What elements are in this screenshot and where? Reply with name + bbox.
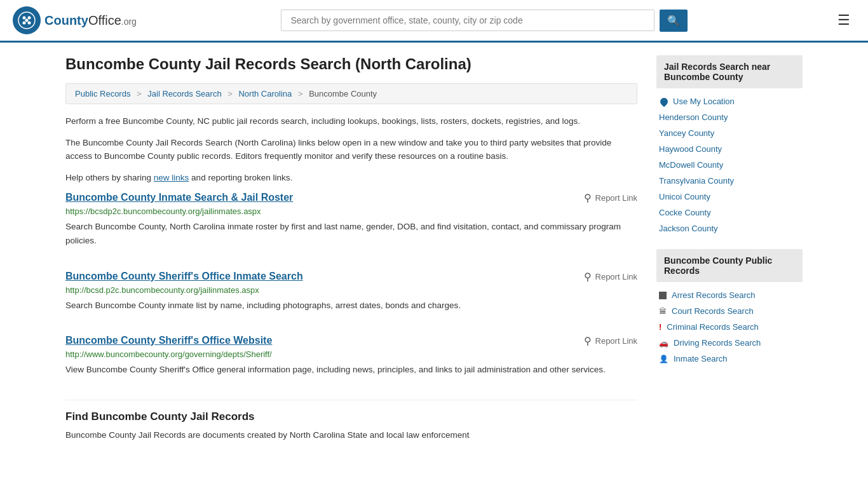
logo-area[interactable]: CountyOffice.org [13,6,137,34]
intro-para-2: The Buncombe County Jail Records Search … [65,136,637,163]
result-url-2[interactable]: http://bcsd.p2c.buncombecounty.org/jaili… [65,285,637,295]
henderson-county-link[interactable]: Henderson County [659,112,728,122]
jackson-county-link[interactable]: Jackson County [659,224,718,233]
sidebar-driving-records[interactable]: 🚗 Driving Records Search [656,335,803,351]
sidebar-item-transylvania[interactable]: Transylvania County [656,173,803,189]
report-link-label-1: Report Link [595,193,637,203]
result-title-3[interactable]: Buncombe County Sheriff's Office Website [65,335,272,346]
breadcrumb-sep-1: > [137,89,142,98]
sidebar-item-jackson[interactable]: Jackson County [656,220,803,236]
search-input[interactable] [281,10,654,31]
svg-point-2 [28,17,31,20]
sidebar-item-haywood[interactable]: Haywood County [656,141,803,157]
court-records-icon: 🏛 [659,307,667,316]
sidebar-public-records-section: Buncombe County Public Records Arrest Re… [656,249,803,367]
sidebar-inmate-search[interactable]: 👤 Inmate Search [656,351,803,367]
svg-point-5 [25,19,29,22]
report-icon-3: ⚲ [584,335,592,347]
sidebar-item-yancey[interactable]: Yancey County [656,125,803,141]
sidebar-arrest-records[interactable]: Arrest Records Search [656,287,803,303]
breadcrumb-jail-records[interactable]: Jail Records Search [147,89,221,98]
sidebar-criminal-records[interactable]: ! Criminal Records Search [656,319,803,335]
site-header: CountyOffice.org 🔍 ☰ [0,0,868,43]
report-link-3[interactable]: ⚲ Report Link [584,335,637,347]
report-link-1[interactable]: ⚲ Report Link [584,192,637,204]
search-container: 🔍 [281,10,688,32]
result-url-3[interactable]: http://www.buncombecounty.org/governing/… [65,349,637,359]
result-description-2: Search Buncombe County inmate list by na… [65,299,637,313]
breadcrumb: Public Records > Jail Records Search > N… [65,83,637,104]
result-item-1: Buncombe County Inmate Search & Jail Ros… [65,192,637,255]
sidebar-item-henderson[interactable]: Henderson County [656,109,803,125]
hamburger-icon: ☰ [837,12,850,28]
breadcrumb-sep-2: > [227,89,233,98]
result-description-1: Search Buncombe County, North Carolina i… [65,220,637,247]
sidebar-court-records[interactable]: 🏛 Court Records Search [656,303,803,319]
result-title-1[interactable]: Buncombe County Inmate Search & Jail Ros… [65,192,293,203]
mcdowell-county-link[interactable]: McDowell County [659,160,723,170]
breadcrumb-state[interactable]: North Carolina [238,89,292,98]
header-right: ☰ [832,10,855,31]
report-icon-2: ⚲ [584,271,592,283]
sidebar: Jail Records Search near Buncombe County… [656,55,803,449]
sidebar-nearby-title: Jail Records Search near Buncombe County [656,55,803,88]
yancey-county-link[interactable]: Yancey County [659,128,714,138]
sidebar-item-unicoi[interactable]: Unicoi County [656,189,803,205]
unicoi-county-link[interactable]: Unicoi County [659,192,710,201]
inmate-search-link[interactable]: Inmate Search [674,354,728,363]
report-link-2[interactable]: ⚲ Report Link [584,271,637,283]
result-description-3: View Buncombe County Sheriff's Office ge… [65,363,637,377]
logo-text: CountyOffice.org [44,13,137,28]
report-link-label-2: Report Link [595,272,637,281]
breadcrumb-public-records[interactable]: Public Records [75,89,130,98]
search-button[interactable]: 🔍 [660,10,688,32]
use-my-location-link[interactable]: Use My Location [673,97,735,106]
court-records-link[interactable]: Court Records Search [672,306,754,316]
find-section-header: Find Buncombe County Jail Records [65,400,637,423]
location-pin-icon [659,96,670,107]
sidebar-item-mcdowell[interactable]: McDowell County [656,157,803,173]
intro-para-3-pre: Help others by sharing [65,173,154,182]
new-links-link[interactable]: new links [154,173,189,182]
logo-icon [13,6,41,34]
intro-para-1: Perform a free Buncombe County, NC publi… [65,114,637,128]
svg-point-4 [28,22,31,25]
arrest-records-link[interactable]: Arrest Records Search [672,290,756,300]
page-title: Buncombe County Jail Records Search (Nor… [65,55,637,73]
driving-records-link[interactable]: Driving Records Search [674,338,761,348]
arrest-records-icon [659,292,667,299]
sidebar-use-location[interactable]: Use My Location [656,93,803,109]
inmate-search-icon: 👤 [659,355,668,363]
svg-point-1 [23,17,26,20]
sidebar-public-records-title: Buncombe County Public Records [656,249,803,282]
sidebar-item-cocke[interactable]: Cocke County [656,205,803,220]
find-section-description: Buncombe County Jail Records are documen… [65,428,637,442]
criminal-records-link[interactable]: Criminal Records Search [667,322,759,332]
result-header-1: Buncombe County Inmate Search & Jail Ros… [65,192,637,204]
svg-point-3 [23,22,26,25]
result-header-3: Buncombe County Sheriff's Office Website… [65,335,637,347]
search-icon: 🔍 [667,15,680,26]
result-url-1[interactable]: https://bcsdp2c.buncombecounty.org/jaili… [65,207,637,216]
report-link-label-3: Report Link [595,336,637,346]
result-title-2[interactable]: Buncombe County Sheriff's Office Inmate … [65,271,303,282]
haywood-county-link[interactable]: Haywood County [659,144,722,154]
report-icon-1: ⚲ [584,192,592,204]
breadcrumb-sep-3: > [298,89,303,98]
result-item-2: Buncombe County Sheriff's Office Inmate … [65,271,637,320]
result-item-3: Buncombe County Sheriff's Office Website… [65,335,637,384]
intro-para-3: Help others by sharing new links and rep… [65,171,637,185]
menu-button[interactable]: ☰ [832,10,855,31]
content-wrapper: Buncombe County Jail Records Search (Nor… [53,43,815,462]
intro-para-3-post: and reporting broken links. [189,173,292,182]
cocke-county-link[interactable]: Cocke County [659,208,711,217]
result-header-2: Buncombe County Sheriff's Office Inmate … [65,271,637,283]
main-content: Buncombe County Jail Records Search (Nor… [65,55,637,449]
driving-records-icon: 🚗 [659,339,668,348]
sidebar-nearby-section: Jail Records Search near Buncombe County… [656,55,803,236]
criminal-records-icon: ! [659,322,661,332]
breadcrumb-county: Buncombe County [309,89,377,98]
transylvania-county-link[interactable]: Transylvania County [659,176,734,186]
